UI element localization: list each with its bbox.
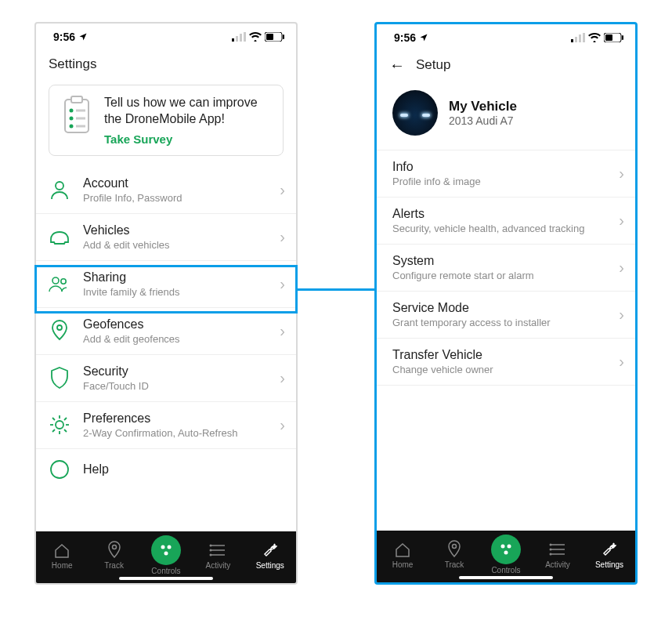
svg-rect-7 — [65, 100, 89, 132]
row-service-mode[interactable]: Service ModeGrant temporary access to in… — [377, 292, 635, 339]
controls-icon — [151, 535, 181, 565]
setup-list: InfoProfile info & image › AlertsSecurit… — [377, 150, 635, 531]
tab-home[interactable]: Home — [377, 540, 428, 569]
svg-point-15 — [56, 182, 63, 190]
tab-home[interactable]: Home — [36, 541, 88, 570]
status-time: 9:56 — [53, 31, 88, 43]
controls-icon — [491, 535, 521, 564]
time-text: 9:56 — [394, 31, 416, 44]
wifi-icon — [588, 33, 601, 42]
svg-rect-8 — [71, 96, 82, 103]
home-indicator — [119, 577, 213, 580]
row-help[interactable]: Help — [36, 449, 296, 482]
row-label: Account — [83, 176, 269, 190]
tab-label: Settings — [595, 560, 623, 569]
svg-line-24 — [52, 418, 55, 420]
gear-icon — [47, 412, 72, 437]
wrench-icon — [601, 540, 618, 559]
row-geofences[interactable]: GeofencesAdd & edit geofences › — [36, 308, 296, 355]
survey-link[interactable]: Take Survey — [104, 132, 272, 146]
tab-track[interactable]: Track — [88, 541, 139, 570]
row-info[interactable]: InfoProfile info & image › — [377, 150, 635, 198]
tab-activity[interactable]: Activity — [192, 541, 244, 570]
chevron-right-icon: › — [280, 322, 285, 340]
tab-settings[interactable]: Settings — [583, 540, 635, 569]
row-alerts[interactable]: AlertsSecurity, vehicle health, advanced… — [377, 198, 635, 245]
survey-body: Tell us how we can improve the DroneMobi… — [104, 95, 272, 146]
tab-activity[interactable]: Activity — [532, 540, 583, 569]
wifi-icon — [249, 32, 262, 42]
vehicle-header[interactable]: My Vehicle 2013 Audi A7 — [377, 82, 635, 150]
signal-icon — [571, 33, 585, 42]
tab-label: Home — [392, 560, 414, 569]
home-icon — [394, 540, 411, 559]
svg-rect-41 — [579, 34, 581, 42]
svg-rect-0 — [232, 38, 234, 42]
connector-line — [298, 288, 374, 291]
row-security[interactable]: SecurityFace/Touch ID › — [36, 355, 296, 402]
tab-label: Home — [52, 561, 73, 570]
tab-controls[interactable]: Controls — [480, 535, 532, 574]
survey-card[interactable]: Tell us how we can improve the DroneMobi… — [49, 85, 284, 156]
status-bar: 9:56 — [377, 24, 635, 51]
page-title: Setup — [416, 57, 450, 73]
row-label: Info — [392, 160, 608, 174]
svg-point-30 — [161, 545, 164, 549]
chevron-right-icon: › — [280, 369, 285, 387]
status-right — [571, 33, 624, 42]
shield-icon — [47, 365, 72, 390]
tab-label: Activity — [545, 560, 570, 569]
status-bar: 9:56 — [36, 24, 296, 50]
chevron-right-icon: › — [619, 259, 624, 277]
row-vehicles[interactable]: VehiclesAdd & edit vehicles › — [36, 214, 296, 261]
row-preferences[interactable]: Preferences2-Way Confirmation, Auto-Refr… — [36, 402, 296, 449]
svg-point-49 — [504, 550, 508, 554]
row-label: Geofences — [83, 317, 269, 332]
svg-point-55 — [550, 553, 552, 555]
chevron-right-icon: › — [280, 416, 285, 434]
svg-line-25 — [64, 429, 67, 432]
tab-label: Track — [104, 561, 124, 570]
location-arrow-icon — [419, 33, 428, 42]
tab-settings[interactable]: Settings — [244, 541, 296, 570]
tab-track[interactable]: Track — [428, 540, 480, 569]
status-right — [232, 32, 285, 42]
svg-line-26 — [64, 418, 67, 420]
page-header: ← Setup — [377, 51, 635, 82]
status-time: 9:56 — [394, 31, 428, 44]
chevron-right-icon: › — [280, 181, 285, 199]
survey-text: Tell us how we can improve the DroneMobi… — [104, 95, 272, 128]
phone-setup: 9:56 ← Setup My Vehicle 2013 Audi A7 Inf… — [374, 22, 638, 585]
battery-icon — [604, 33, 624, 42]
row-label: Security — [83, 364, 269, 379]
row-sub: Face/Touch ID — [83, 380, 269, 392]
row-transfer-vehicle[interactable]: Transfer VehicleChange vehicle owner › — [377, 339, 635, 386]
chevron-right-icon: › — [280, 228, 285, 246]
row-account[interactable]: AccountProfile Info, Password › — [36, 167, 296, 214]
home-indicator — [459, 576, 553, 579]
tab-controls[interactable]: Controls — [140, 535, 192, 575]
wrench-icon — [262, 541, 279, 560]
vehicle-avatar — [392, 90, 438, 136]
page-header: Settings — [36, 50, 296, 82]
svg-rect-5 — [266, 34, 273, 40]
sharing-icon — [47, 271, 72, 296]
tab-label: Activity — [206, 561, 231, 570]
row-label: Service Mode — [392, 301, 608, 315]
back-arrow-icon[interactable]: ← — [389, 57, 405, 73]
row-sub: Add & edit vehicles — [83, 239, 269, 251]
row-system[interactable]: SystemConfigure remote start or alarm › — [377, 245, 635, 292]
row-label: Vehicles — [83, 223, 269, 237]
row-label: Transfer Vehicle — [392, 348, 608, 362]
home-icon — [53, 541, 70, 560]
vehicle-icon — [47, 224, 72, 249]
svg-point-18 — [57, 325, 62, 330]
row-sharing[interactable]: SharingInvite family & friends › — [36, 261, 296, 308]
row-sub: Invite family & friends — [83, 286, 269, 298]
row-sub: Security, vehicle health, advanced track… — [392, 223, 608, 234]
row-sub: 2-Way Confirmation, Auto-Refresh — [83, 427, 269, 439]
svg-point-16 — [52, 277, 59, 284]
track-icon — [107, 541, 121, 560]
row-label: Help — [83, 462, 109, 477]
svg-rect-42 — [583, 33, 585, 42]
